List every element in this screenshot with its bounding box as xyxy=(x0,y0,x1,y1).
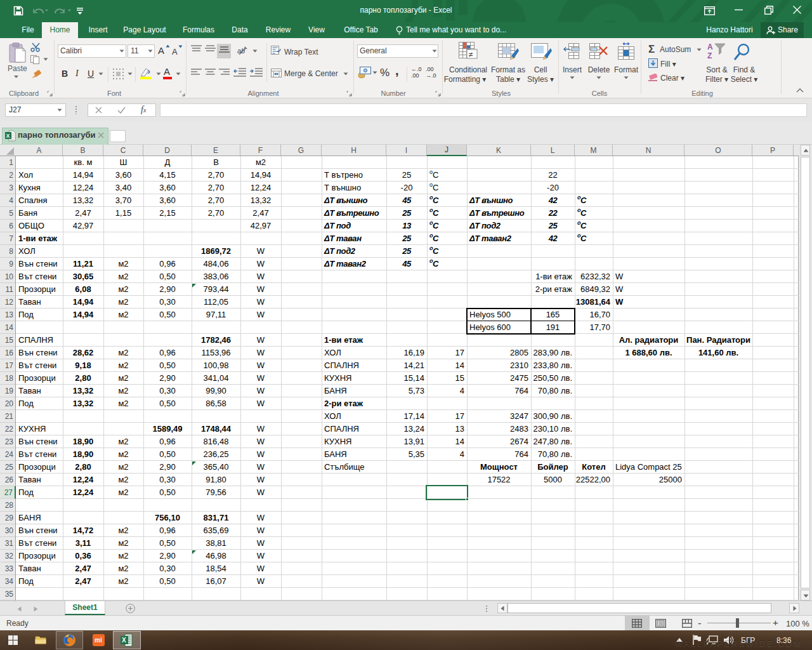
svg-text:Z: Z xyxy=(707,51,712,60)
svg-text:A: A xyxy=(707,43,713,51)
svg-text:ab: ab xyxy=(237,47,245,55)
svg-text:≠: ≠ xyxy=(469,50,473,59)
svg-text:X: X xyxy=(122,637,126,644)
svg-text:X: X xyxy=(6,133,10,139)
